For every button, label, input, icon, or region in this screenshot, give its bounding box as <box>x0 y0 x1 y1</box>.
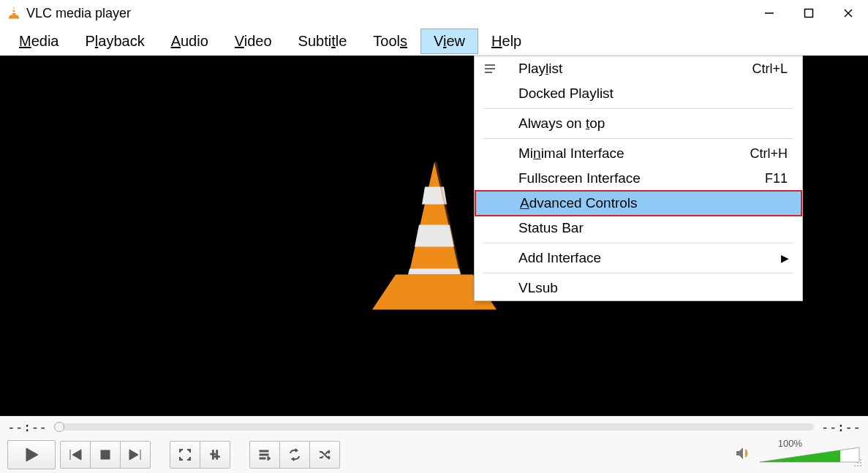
svg-rect-9 <box>101 450 110 459</box>
menu-item-label: Add Interface <box>518 250 792 266</box>
menu-item[interactable]: Add Interface▶ <box>475 246 802 270</box>
svg-point-18 <box>857 462 858 463</box>
menu-separator <box>483 243 793 243</box>
menu-item[interactable]: Advanced Controls <box>475 190 802 216</box>
vlc-cone-icon <box>6 5 22 21</box>
menubar-item[interactable]: Audio <box>158 29 222 54</box>
menu-item[interactable]: Fullscreen InterfaceF11 <box>475 166 802 191</box>
seek-knob[interactable] <box>54 422 64 432</box>
speaker-icon[interactable] <box>735 446 752 463</box>
menu-item-label: Fullscreen Interface <box>518 170 765 186</box>
svg-rect-6 <box>485 64 495 66</box>
svg-rect-10 <box>260 450 268 452</box>
menu-item[interactable]: PlaylistCtrl+L <box>475 56 802 81</box>
menu-item[interactable]: Minimal InterfaceCtrl+H <box>475 141 802 166</box>
close-button[interactable] <box>829 0 868 26</box>
menubar-item[interactable]: Subtitle <box>285 29 361 54</box>
next-button[interactable] <box>120 441 151 469</box>
playlist-icon <box>485 64 518 74</box>
menubar: MediaPlaybackAudioVideoSubtitleToolsView… <box>0 26 868 56</box>
menu-item-label: Status Bar <box>518 220 792 236</box>
time-elapsed: --:-- <box>7 419 47 434</box>
seekbar-row: --:-- --:-- <box>0 416 868 436</box>
svg-rect-7 <box>485 68 495 69</box>
menu-shortcut: Ctrl+H <box>750 146 792 162</box>
menu-item-label: Docked Playlist <box>518 86 792 102</box>
submenu-arrow-icon: ▶ <box>781 252 789 264</box>
menu-item-label: Advanced Controls <box>520 195 790 211</box>
fullscreen-button[interactable] <box>170 441 200 469</box>
menubar-item[interactable]: Video <box>222 29 285 54</box>
menubar-item[interactable]: Tools <box>360 29 420 54</box>
svg-point-19 <box>860 459 861 461</box>
titlebar: VLC media player <box>0 0 868 26</box>
svg-rect-1 <box>12 12 15 13</box>
svg-rect-3 <box>805 10 813 18</box>
menu-item-label: Minimal Interface <box>518 145 750 162</box>
window-title: VLC media player <box>26 6 131 21</box>
menu-item-label: Always on top <box>518 116 792 132</box>
menu-shortcut: Ctrl+L <box>752 61 792 77</box>
time-total: --:-- <box>821 419 861 434</box>
menu-item-label: Playlist <box>518 61 752 77</box>
menubar-item[interactable]: Help <box>478 29 535 54</box>
minimize-button[interactable] <box>750 0 789 26</box>
playlist-button[interactable] <box>249 441 280 469</box>
svg-rect-12 <box>260 458 265 459</box>
menubar-item[interactable]: Playback <box>72 29 157 54</box>
seek-slider[interactable] <box>54 423 814 431</box>
menubar-item[interactable]: Media <box>6 29 72 54</box>
menu-item-label: VLsub <box>518 280 792 296</box>
maximize-button[interactable] <box>789 0 829 26</box>
view-menu-dropdown: PlaylistCtrl+LDocked PlaylistAlways on t… <box>474 56 803 301</box>
menu-item[interactable]: Always on top <box>475 111 802 136</box>
view-group <box>170 441 230 469</box>
playlist-group <box>249 441 340 469</box>
svg-point-14 <box>860 465 861 466</box>
loop-button[interactable] <box>279 441 310 469</box>
resize-grip[interactable] <box>853 457 862 470</box>
menubar-item[interactable]: View <box>420 29 478 54</box>
menu-item[interactable]: VLsub <box>475 276 802 300</box>
nav-group <box>60 441 151 469</box>
svg-point-15 <box>857 465 858 466</box>
controls-row: 100% <box>0 436 868 473</box>
menu-item[interactable]: Docked Playlist <box>475 81 802 106</box>
volume-control: 100% <box>735 444 861 465</box>
svg-rect-11 <box>260 454 268 455</box>
previous-button[interactable] <box>60 441 91 469</box>
volume-slider[interactable] <box>758 444 861 465</box>
shuffle-button[interactable] <box>309 441 340 469</box>
svg-rect-0 <box>12 9 15 10</box>
svg-point-17 <box>854 465 856 466</box>
menu-separator <box>483 273 793 273</box>
menu-separator <box>483 138 793 139</box>
svg-point-16 <box>860 462 861 463</box>
menu-shortcut: F11 <box>765 171 792 186</box>
stop-button[interactable] <box>90 441 121 469</box>
menu-item[interactable]: Status Bar <box>475 216 802 241</box>
extended-settings-button[interactable] <box>200 441 230 469</box>
play-button[interactable] <box>7 440 56 469</box>
menu-separator <box>483 108 793 109</box>
svg-rect-8 <box>485 72 492 73</box>
